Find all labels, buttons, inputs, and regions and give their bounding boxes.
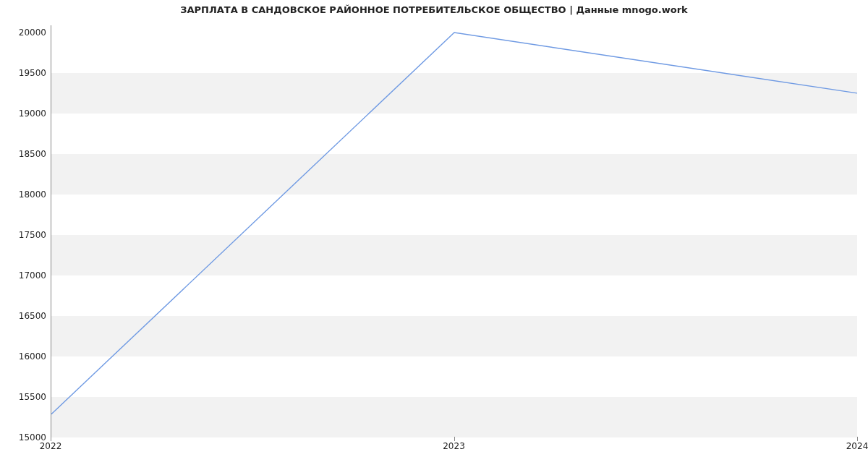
y-tick-label: 19000 <box>3 108 46 119</box>
chart-title: ЗАРПЛАТА В САНДОВСКОЕ РАЙОННОЕ ПОТРЕБИТЕ… <box>0 4 868 15</box>
y-tick-label: 17000 <box>3 270 46 281</box>
y-tick-label: 16000 <box>3 351 46 362</box>
series-line <box>51 33 857 414</box>
plot-area <box>51 25 857 437</box>
y-tick-label: 18000 <box>3 189 46 200</box>
x-tick-label: 2022 <box>40 441 62 451</box>
y-tick-label: 16500 <box>3 311 46 321</box>
y-tick-label: 20000 <box>3 27 46 38</box>
y-tick-label: 18500 <box>3 149 46 159</box>
x-tick-label: 2023 <box>443 441 465 451</box>
y-tick-label: 15500 <box>3 392 46 402</box>
x-tick-label: 2024 <box>846 441 868 451</box>
y-tick-label: 19500 <box>3 68 46 78</box>
y-tick-label: 17500 <box>3 230 46 240</box>
chart-container: ЗАРПЛАТА В САНДОВСКОЕ РАЙОННОЕ ПОТРЕБИТЕ… <box>0 0 868 470</box>
line-series-layer <box>51 25 857 437</box>
